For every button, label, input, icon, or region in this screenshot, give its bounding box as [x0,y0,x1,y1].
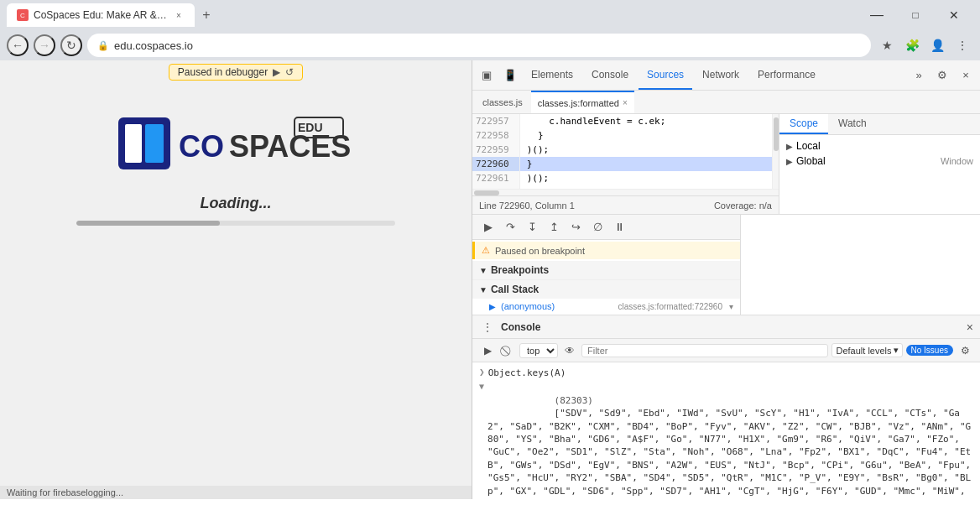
tab-close-btn[interactable]: × [173,9,185,21]
callstack-icon: ▶ [489,302,496,311]
source-tabs-row: classes.js classes.js:formatted × [472,91,980,114]
reload-button[interactable]: ↻ [60,34,82,56]
tab-title: CoSpaces Edu: Make AR & V... [34,9,168,21]
console-close-btn[interactable]: × [967,320,973,334]
debugger-controls: ▶ ↷ ↧ ↥ ↪ ∅ ⏸ [472,215,740,240]
tab-scope[interactable]: Scope [779,114,828,134]
scope-extend [741,215,980,315]
debugger-row: ▶ ↷ ↧ ↥ ↪ ∅ ⏸ ⚠ Paused on breakpoint [472,214,980,315]
breakpoints-header[interactable]: ▼ Breakpoints [472,261,740,279]
right-side-panels: Scope Watch ▶ Local ▶ Global Window [779,114,980,214]
line-num-722958: 722958 [472,128,519,143]
pause-btn[interactable]: ⏸ [610,218,628,237]
devtools-tabbar: ▣ 📱 Elements Console Sources Network Per… [472,60,980,91]
menu-icon[interactable]: ⋮ [951,34,973,56]
tab-network[interactable]: Network [694,60,748,90]
url-box[interactable]: 🔒 edu.cospaces.io [87,34,871,57]
minimize-button[interactable]: — [858,3,896,28]
console-filter-input[interactable] [581,344,828,357]
code-line-722957: c.handleEvent = c.ek; [520,114,772,128]
code-rows-area: 722957 722958 722959 722960 [472,114,779,189]
active-tab[interactable]: C CoSpaces Edu: Make AR & V... × [7,3,195,27]
close-button[interactable]: ✕ [935,3,973,28]
step-over-btn[interactable]: ↷ [501,218,519,237]
profile-icon[interactable]: 👤 [926,34,948,56]
code-editor: 722957 722958 722959 722960 [472,114,779,214]
console-input-text: Object.keys(A) [488,367,566,379]
scope-content: ▶ Local ▶ Global Window [779,135,980,214]
resume-btn[interactable]: ▶ [479,218,498,237]
forward-button[interactable]: → [34,34,55,56]
deactivate-btn[interactable]: ∅ [588,218,607,237]
main-area: Paused in debugger ▶ ↺ CO SPACES [0,60,980,499]
svg-rect-2 [145,124,164,163]
file-tab-classes[interactable]: classes.js [476,91,529,113]
callstack-label: Call Stack [491,284,539,295]
callstack-item-anon[interactable]: ▶ (anonymous) classes.js:formatted:72296… [472,299,740,314]
console-expand-arrow[interactable]: ▼ [479,382,484,391]
line-num-722962: 722962 [472,185,519,189]
console-context-select[interactable]: top [519,343,558,358]
console-array-text: ["SDV", "Sd9", "Ebd", "IWd", "SvU", "ScY… [487,408,977,499]
back-button[interactable]: ← [7,34,29,56]
svg-text:SPACES: SPACES [229,129,351,164]
scope-global-label: Global [796,155,826,167]
console-play-btn[interactable]: ▶ [479,342,496,359]
console-level-select[interactable]: Default levels ▾ [831,343,902,357]
console-eye-btn[interactable]: 👁 [561,342,578,359]
code-content: c.handleEvent = c.ek; } )(); } [520,114,772,189]
console-header: ⋮ Console × [472,315,980,339]
new-tab-button[interactable]: + [195,3,218,27]
paused-badge: Paused in debugger ▶ ↺ [169,64,303,81]
file-tab-classes-formatted[interactable]: classes.js:formatted × [531,91,634,113]
paused-notice-label: Paused on breakpoint [495,246,585,256]
maximize-button[interactable]: □ [896,3,935,28]
devtools-more-btn[interactable]: » [908,65,930,86]
tab-elements[interactable]: Elements [523,60,581,90]
console-settings-btn[interactable]: ⚙ [957,342,973,359]
step-btn[interactable]: ↪ [566,218,585,237]
console-clear-btn[interactable]: ⃠ [499,342,516,359]
tab-performance[interactable]: Performance [749,60,824,90]
vertical-scrollbar[interactable] [772,114,779,189]
step-out-btn[interactable]: ↥ [545,218,563,237]
line-num-722961: 722961 [472,171,519,185]
scroll-thumb[interactable] [774,117,779,151]
toolbar-right: ★ 🧩 👤 ⋮ [876,34,973,56]
status-bar: Waiting for firebaselogging... [0,486,472,499]
h-scroll-thumb[interactable] [474,190,499,195]
devtools-device-btn[interactable]: 📱 [499,65,521,86]
callstack-header[interactable]: ▼ Call Stack [472,280,740,299]
devtools-inspect-btn[interactable]: ▣ [476,65,498,86]
cospaces-logo: CO SPACES EDU [118,113,353,176]
bookmark-icon[interactable]: ★ [876,34,898,56]
code-line-722960: } [520,157,772,171]
scope-global[interactable]: ▶ Global Window [779,154,980,169]
console-output-text: (82303) ["SDV", "Sd9", "Ebd", "IWd", "Sv… [487,381,973,499]
devtools-settings-btn[interactable]: ⚙ [931,65,953,86]
console-dots-icon[interactable]: ⋮ [479,319,496,336]
h-scrollbar[interactable] [472,189,779,195]
callstack-arrow: ▼ [479,285,487,294]
tab-watch[interactable]: Watch [828,114,877,134]
scope-watch-tabs: Scope Watch [779,114,980,135]
scope-global-arrow: ▶ [786,157,793,166]
step-into-btn[interactable]: ↧ [523,218,541,237]
paused-label: Paused in debugger [178,66,268,78]
extension-icon[interactable]: 🧩 [901,34,923,56]
browser-window: C CoSpaces Edu: Make AR & V... × + — □ ✕… [0,0,980,60]
close-formatted-tab[interactable]: × [623,98,628,107]
play-debug-btn[interactable]: ▶ [273,66,280,78]
devtools-close-btn[interactable]: × [955,65,977,86]
line-num-722959: 722959 [472,143,519,157]
callstack-section: ▼ Call Stack ▶ (anonymous) classes.js:fo… [472,280,740,314]
scope-local-arrow: ▶ [786,142,793,151]
tab-console[interactable]: Console [583,60,637,90]
lock-icon: 🔒 [97,40,109,51]
resume-debug-btn[interactable]: ↺ [285,66,294,78]
scope-global-value: Window [941,156,973,166]
loading-bar-container [76,221,395,226]
tab-sources[interactable]: Sources [639,60,692,90]
console-output: ❯ Object.keys(A) ▼ (82303) ["SDV", "Sd9"… [472,362,980,499]
scope-local[interactable]: ▶ Local [779,138,980,154]
